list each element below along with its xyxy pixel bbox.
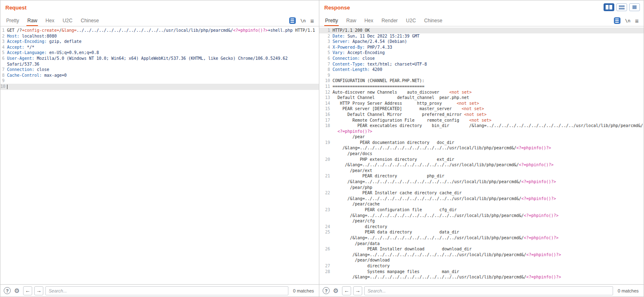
request-tab-hex[interactable]: Hex	[45, 16, 55, 26]
response-header: Response	[319, 0, 644, 15]
code-line: 7Connection: close	[0, 67, 319, 73]
response-tab-pretty[interactable]: Pretty	[324, 16, 339, 26]
code-line: 8Content-Length: 4200	[319, 67, 644, 73]
response-tab-render[interactable]: Render	[381, 16, 399, 26]
code-line: 17 Remote Configuration File remote_conf…	[319, 118, 644, 123]
code-line: 15 PEAR server [DEPRECATED] master_serve…	[319, 106, 644, 112]
line-number: 1	[319, 28, 333, 33]
layout-split-rows-button[interactable]	[616, 3, 627, 11]
line-number: 5	[319, 50, 333, 56]
code-line: 1GET /?+config-create+/&lang=../../../..…	[0, 28, 319, 33]
search-prev-button[interactable]: ←	[342, 286, 351, 295]
line-number: 6	[0, 56, 7, 67]
search-prev-button[interactable]: ←	[23, 286, 32, 295]
line-number: 15	[319, 106, 333, 112]
code-line: 3Server: Apache/2.4.54 (Debian)	[319, 39, 644, 45]
line-number: 3	[0, 39, 7, 45]
settings-gear-icon[interactable]: ⚙	[13, 287, 21, 295]
code-line: 26 PEAR Installer download download_dir …	[319, 246, 644, 263]
line-number: 12	[319, 90, 333, 95]
line-number: 5	[0, 50, 7, 56]
help-icon[interactable]: ?	[323, 287, 330, 294]
response-tab-hex[interactable]: Hex	[363, 16, 374, 26]
line-number: 2	[0, 33, 7, 39]
show-newlines-icon[interactable]: \n	[300, 18, 306, 24]
code-line: 18 PEAR executables directory bin_dir /&…	[319, 123, 644, 140]
code-line: 25 PEAR data directory data_dir /&lang=.…	[319, 229, 644, 246]
request-tab-u2c[interactable]: U2C	[62, 16, 73, 26]
code-line: 11=====================================	[319, 84, 644, 90]
line-number: 4	[319, 45, 333, 50]
editor-menu-icon[interactable]: ≡	[635, 18, 639, 24]
code-line: 5Accept-Language: en-US;q=0.9,en;q=0.8	[0, 50, 319, 56]
search-next-button[interactable]: →	[34, 286, 43, 295]
code-line: 8Cache-Control: max-age=0	[0, 73, 319, 78]
line-number: 8	[0, 73, 7, 78]
code-line: 14 HTTP Proxy Server Address http_proxy …	[319, 101, 644, 106]
show-newlines-icon[interactable]: \n	[625, 18, 630, 24]
request-title: Request	[5, 5, 314, 11]
pretty-print-icon[interactable]	[289, 17, 296, 24]
code-line: 1HTTP/1.1 200 OK	[319, 28, 644, 33]
line-number: 11	[319, 84, 333, 90]
line-number: 16	[319, 112, 333, 118]
code-line: 9	[0, 78, 319, 84]
line-number: 19	[319, 140, 333, 157]
line-number: 3	[319, 39, 333, 45]
request-editor-icons: \n ≡	[289, 17, 314, 26]
split-rows-icon	[619, 5, 625, 9]
code-line: 21 PEAR directory php_dir /&lang=../../.…	[319, 173, 644, 190]
line-number: 1	[0, 28, 7, 33]
line-number: 13	[319, 95, 333, 101]
code-line: 6Connection: close	[319, 56, 644, 61]
response-title: Response	[324, 5, 639, 11]
request-tab-raw[interactable]: Raw	[26, 16, 38, 26]
code-line: 28 Systems manpage files man_dir /&lang=…	[319, 269, 644, 280]
request-tabs: PrettyRawHexU2CChinese	[5, 16, 100, 26]
match-count: 0 matches	[618, 288, 639, 293]
response-tab-chinese[interactable]: Chinese	[423, 16, 443, 26]
line-number: 26	[319, 246, 333, 263]
editor-menu-icon[interactable]: ≡	[310, 18, 314, 24]
line-number: 28	[319, 269, 333, 280]
code-line: 13 Default Channel default_channel pear.…	[319, 95, 644, 101]
line-number: 4	[0, 45, 7, 50]
response-tab-raw[interactable]: Raw	[345, 16, 357, 26]
code-line: 2Host: localhost:8080	[0, 33, 319, 39]
line-number: 9	[0, 78, 7, 84]
request-search-bar: ? ⚙ ← → 0 matches	[0, 284, 319, 297]
response-tab-u2c[interactable]: U2C	[405, 16, 417, 26]
layout-split-columns-button[interactable]	[604, 3, 614, 11]
request-editor[interactable]: 1GET /?+config-create+/&lang=../../../..…	[0, 26, 319, 284]
code-line: 22 PEAR Installer cache directory cache_…	[319, 190, 644, 207]
line-number: 14	[319, 101, 333, 106]
code-line: 4Accept: */*	[0, 45, 319, 50]
layout-buttons	[604, 3, 640, 11]
request-tabbar: PrettyRawHexU2CChinese \n ≡	[0, 15, 319, 26]
search-input[interactable]	[364, 286, 613, 295]
single-pane-icon	[632, 5, 637, 9]
help-icon[interactable]: ?	[4, 287, 11, 294]
match-count: 0 matches	[293, 288, 314, 293]
search-input[interactable]	[45, 286, 288, 295]
request-tab-chinese[interactable]: Chinese	[80, 16, 100, 26]
request-panel: Request PrettyRawHexU2CChinese \n ≡ 1GET…	[0, 0, 319, 297]
layout-single-pane-button[interactable]	[629, 3, 640, 11]
line-number: 8	[319, 67, 333, 73]
code-line: 24 directory	[319, 224, 644, 230]
response-editor[interactable]: 1HTTP/1.1 200 OK2Date: Sun, 11 Dec 2022 …	[319, 26, 644, 284]
line-number: 22	[319, 190, 333, 207]
pretty-print-icon[interactable]	[614, 17, 620, 24]
code-line: 16 Default Channel Mirror preferred_mirr…	[319, 112, 644, 118]
code-line: 10CONFIGURATION (CHANNEL PEAR.PHP.NET):	[319, 78, 644, 84]
http-message-viewer: Request PrettyRawHexU2CChinese \n ≡ 1GET…	[0, 0, 644, 297]
search-next-button[interactable]: →	[353, 286, 362, 295]
request-tab-pretty[interactable]: Pretty	[5, 16, 20, 26]
code-line: 9	[319, 73, 644, 78]
line-number: 7	[0, 67, 7, 73]
settings-gear-icon[interactable]: ⚙	[332, 287, 340, 295]
code-line: 19 PEAR documentation directory doc_dir …	[319, 140, 644, 157]
code-line: 10	[0, 84, 319, 90]
line-number: 18	[319, 123, 333, 140]
code-line: 23 PEAR configuration file cfg_dir /&lan…	[319, 207, 644, 224]
